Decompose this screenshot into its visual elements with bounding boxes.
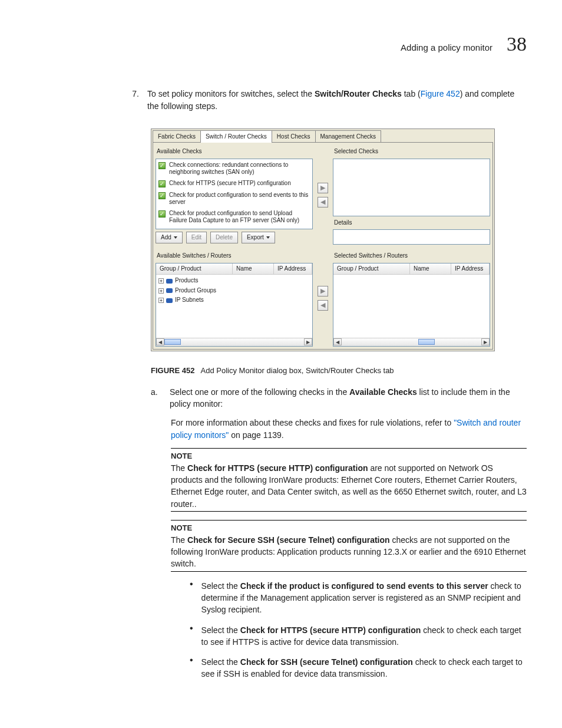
check-icon xyxy=(158,210,166,218)
scroll-thumb[interactable] xyxy=(164,339,181,345)
details-label: Details xyxy=(334,219,490,228)
expand-icon[interactable]: + xyxy=(158,278,164,284)
paragraph-more-info: For more information about these checks … xyxy=(171,417,527,441)
col-name[interactable]: Name xyxy=(410,263,451,275)
scroll-left-icon[interactable]: ◀ xyxy=(156,338,164,345)
bullet-list: • Select the Check if the product is con… xyxy=(171,580,527,680)
available-switches-label: Available Switches / Routers xyxy=(157,252,313,261)
move-right-button[interactable]: ▶ xyxy=(318,286,328,297)
note-body: The Check for Secure SSH (secure Telnet)… xyxy=(171,534,527,570)
selected-switches-grid[interactable]: Group / Product Name IP Address ◀ ▶ xyxy=(333,263,490,347)
folder-icon xyxy=(166,288,173,293)
step-7: 7. To set policy monitors for switches, … xyxy=(130,88,527,112)
tab-switch-router-checks[interactable]: Switch / Router Checks xyxy=(200,130,272,143)
selected-checks-label: Selected Checks xyxy=(334,147,490,156)
note-label: NOTE xyxy=(171,451,527,462)
note-label: NOTE xyxy=(171,523,527,534)
figure-452-link[interactable]: Figure 452 xyxy=(421,89,460,98)
available-checks-panel: Available Checks Check connections: redu… xyxy=(156,145,313,245)
col-ip-address[interactable]: IP Address xyxy=(451,263,490,275)
check-item[interactable]: Check for SSH (secure Telnet) configurat… xyxy=(157,227,311,229)
add-policy-monitor-dialog: Fabric Checks Switch / Router Checks Hos… xyxy=(151,129,495,351)
grid-header: Group / Product Name IP Address xyxy=(333,263,490,275)
horizontal-scrollbar[interactable]: ◀ ▶ xyxy=(333,338,490,346)
tree-node-ip-subnets[interactable]: +IP Subnets xyxy=(158,295,310,305)
figure-caption-text: Add Policy Monitor dialog box, Switch/Ro… xyxy=(201,366,394,375)
caret-down-icon xyxy=(174,236,177,239)
col-name[interactable]: Name xyxy=(233,263,274,275)
bullet-item: • Select the Check if the product is con… xyxy=(171,580,527,616)
check-icon xyxy=(158,180,166,187)
check-item[interactable]: Check for product configuration to send … xyxy=(157,209,311,227)
move-left-button[interactable]: ◀ xyxy=(318,197,328,207)
step-body: To set policy monitors for switches, sel… xyxy=(147,88,527,112)
bullet-icon: • xyxy=(171,580,193,616)
scroll-thumb[interactable] xyxy=(418,339,435,345)
available-switches-grid[interactable]: Group / Product Name IP Address +Product… xyxy=(156,263,313,347)
selected-switches-label: Selected Switches / Routers xyxy=(334,252,490,261)
scroll-right-icon[interactable]: ▶ xyxy=(304,338,312,345)
tab-management-checks[interactable]: Management Checks xyxy=(315,130,382,143)
note-body: The Check for HTTPS (secure HTTP) config… xyxy=(171,462,527,510)
sub-step-a: a. Select one or more of the following c… xyxy=(151,386,527,410)
col-ip-address[interactable]: IP Address xyxy=(274,263,312,275)
folder-icon xyxy=(166,298,173,303)
col-group-product[interactable]: Group / Product xyxy=(333,263,410,275)
available-checks-label: Available Checks xyxy=(157,147,313,156)
move-right-button[interactable]: ▶ xyxy=(318,183,328,193)
grid-header: Group / Product Name IP Address xyxy=(156,263,312,275)
bullet-item: • Select the Check for SSH (secure Telne… xyxy=(171,656,527,680)
bullet-icon: • xyxy=(171,656,193,680)
page-header: Adding a policy monitor 38 xyxy=(35,29,527,58)
switch-router-checks-bold: Switch/Router Checks xyxy=(315,89,402,98)
caret-down-icon xyxy=(266,236,270,239)
col-group-product[interactable]: Group / Product xyxy=(156,263,233,275)
tree-node-products[interactable]: +Products xyxy=(158,276,310,286)
check-item[interactable]: Check connections: redundant connections… xyxy=(157,160,311,179)
expand-icon[interactable]: + xyxy=(158,298,164,303)
note-2: NOTE The Check for Secure SSH (secure Te… xyxy=(171,520,527,572)
header-title: Adding a policy monitor xyxy=(401,41,492,54)
bullet-item: • Select the Check for HTTPS (secure HTT… xyxy=(171,624,527,648)
move-left-button[interactable]: ◀ xyxy=(318,300,328,311)
figure-caption: FIGURE 452 Add Policy Monitor dialog box… xyxy=(151,365,527,377)
check-item[interactable]: Check for product configuration to send … xyxy=(157,190,311,209)
check-icon xyxy=(158,229,166,229)
folder-icon xyxy=(166,279,173,284)
selected-switches-panel: Selected Switches / Routers Group / Prod… xyxy=(333,249,490,347)
figure-label: FIGURE 452 xyxy=(151,366,194,375)
selected-checks-list[interactable] xyxy=(333,159,490,216)
sub-step-body: Select one or more of the following chec… xyxy=(170,386,527,410)
available-checks-list[interactable]: Check connections: redundant connections… xyxy=(156,159,313,229)
transfer-buttons-upper: ▶ ◀ xyxy=(315,145,330,245)
header-page-number: 38 xyxy=(507,29,527,58)
delete-button[interactable]: Delete xyxy=(210,232,238,244)
step-number: 7. xyxy=(130,88,139,112)
transfer-buttons-lower: ▶ ◀ xyxy=(315,249,330,347)
selected-checks-panel: Selected Checks Details xyxy=(333,145,490,245)
horizontal-scrollbar[interactable]: ◀ ▶ xyxy=(156,338,312,346)
tree-node-product-groups[interactable]: +Product Groups xyxy=(158,286,310,296)
add-button[interactable]: Add xyxy=(156,232,183,244)
export-button[interactable]: Export xyxy=(242,232,275,244)
bullet-icon: • xyxy=(171,624,193,648)
expand-icon[interactable]: + xyxy=(158,288,164,294)
check-item[interactable]: Check for HTTPS (secure HTTP) configurat… xyxy=(157,179,311,190)
edit-button[interactable]: Edit xyxy=(186,232,207,244)
check-icon xyxy=(158,162,166,169)
details-box xyxy=(333,229,490,245)
check-icon xyxy=(158,192,166,199)
dialog-tabs: Fabric Checks Switch / Router Checks Hos… xyxy=(153,130,493,143)
tab-fabric-checks[interactable]: Fabric Checks xyxy=(153,130,201,143)
dialog-figure: Fabric Checks Switch / Router Checks Hos… xyxy=(151,129,527,351)
note-1: NOTE The Check for HTTPS (secure HTTP) c… xyxy=(171,448,527,512)
tab-host-checks[interactable]: Host Checks xyxy=(272,130,316,143)
available-switches-panel: Available Switches / Routers Group / Pro… xyxy=(156,249,313,347)
sub-step-letter: a. xyxy=(151,386,161,410)
scroll-left-icon[interactable]: ◀ xyxy=(333,338,342,345)
scroll-right-icon[interactable]: ▶ xyxy=(481,338,490,345)
available-checks-bold: Available Checks xyxy=(349,387,417,397)
